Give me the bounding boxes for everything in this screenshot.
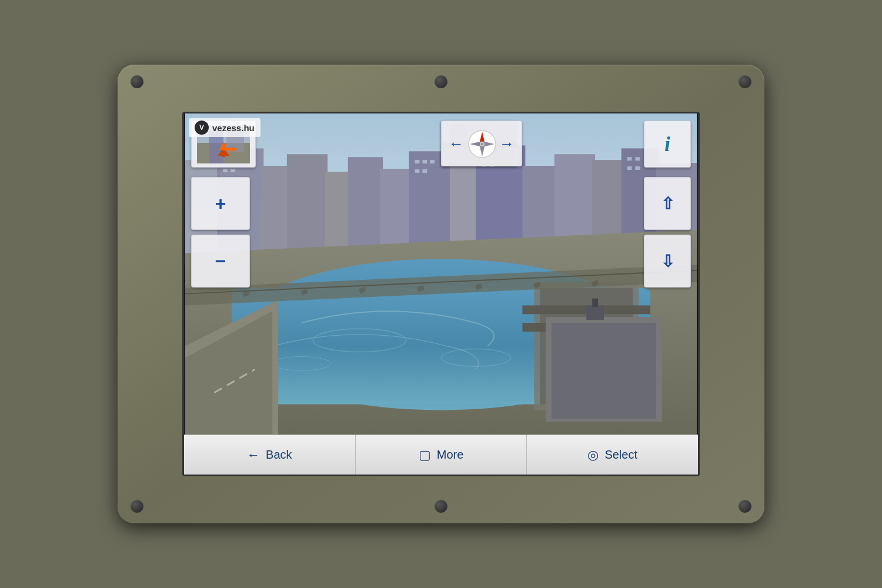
compass-svg [467, 129, 497, 159]
svg-rect-46 [586, 305, 604, 320]
zoom-in-symbol: + [215, 194, 226, 213]
navigation-screen: V vezess.hu [182, 112, 700, 476]
svg-rect-66 [222, 150, 225, 157]
watermark-logo-letter: V [199, 123, 204, 132]
watermark: V vezess.hu [189, 118, 260, 137]
device-frame: V vezess.hu [118, 65, 764, 523]
svg-line-55 [360, 289, 366, 292]
compass-panel[interactable]: ← [441, 121, 522, 166]
info-button[interactable]: i [644, 121, 691, 168]
nav-right-arrow[interactable]: → [499, 135, 514, 153]
svg-rect-33 [635, 166, 640, 170]
svg-rect-18 [223, 169, 228, 172]
svg-rect-31 [635, 157, 640, 161]
svg-rect-24 [422, 169, 427, 173]
tilt-down-symbol: ⇩ [661, 252, 674, 271]
svg-line-54 [302, 291, 308, 293]
back-button[interactable]: ← Back [184, 435, 356, 475]
select-button[interactable]: ◎ Select [527, 435, 698, 475]
zoom-out-button[interactable]: − [191, 235, 250, 288]
svg-line-56 [417, 288, 423, 290]
watermark-text: vezess.hu [212, 123, 255, 133]
svg-rect-19 [230, 169, 235, 172]
more-label: More [437, 448, 464, 462]
back-icon: ← [247, 447, 260, 463]
screw-top-right [739, 75, 751, 88]
more-button[interactable]: ▢ More [356, 435, 527, 475]
select-icon: ◎ [587, 447, 599, 463]
zoom-in-button[interactable]: + [191, 177, 250, 230]
select-label: Select [604, 448, 637, 462]
svg-rect-32 [627, 166, 632, 170]
info-icon: i [664, 132, 670, 156]
screw-top-left [131, 75, 143, 88]
back-label: Back [266, 448, 292, 462]
svg-line-53 [243, 293, 249, 295]
compass-rose [467, 129, 496, 158]
screw-top-middle [435, 75, 447, 88]
svg-rect-21 [422, 160, 427, 163]
screw-bottom-left [131, 500, 143, 513]
bottom-toolbar: ← Back ▢ More ◎ Select [184, 435, 698, 475]
svg-rect-22 [430, 160, 435, 163]
svg-line-58 [534, 284, 540, 286]
more-icon: ▢ [419, 447, 431, 463]
svg-rect-23 [415, 169, 419, 173]
svg-rect-47 [592, 299, 598, 308]
tilt-up-symbol: ⇧ [661, 194, 674, 213]
svg-rect-45 [552, 323, 656, 419]
svg-rect-68 [223, 148, 232, 151]
screw-bottom-middle [435, 500, 447, 513]
svg-point-81 [481, 143, 483, 145]
svg-rect-30 [627, 157, 632, 161]
tilt-down-button[interactable]: ⇩ [644, 235, 691, 288]
nav-left-arrow[interactable]: ← [449, 135, 464, 153]
svg-line-57 [476, 286, 482, 288]
svg-line-59 [592, 282, 598, 285]
svg-rect-20 [415, 160, 419, 163]
zoom-out-symbol: − [215, 252, 226, 270]
watermark-logo: V [195, 121, 209, 135]
screw-bottom-right [739, 500, 751, 513]
tilt-up-button[interactable]: ⇧ [644, 177, 691, 230]
